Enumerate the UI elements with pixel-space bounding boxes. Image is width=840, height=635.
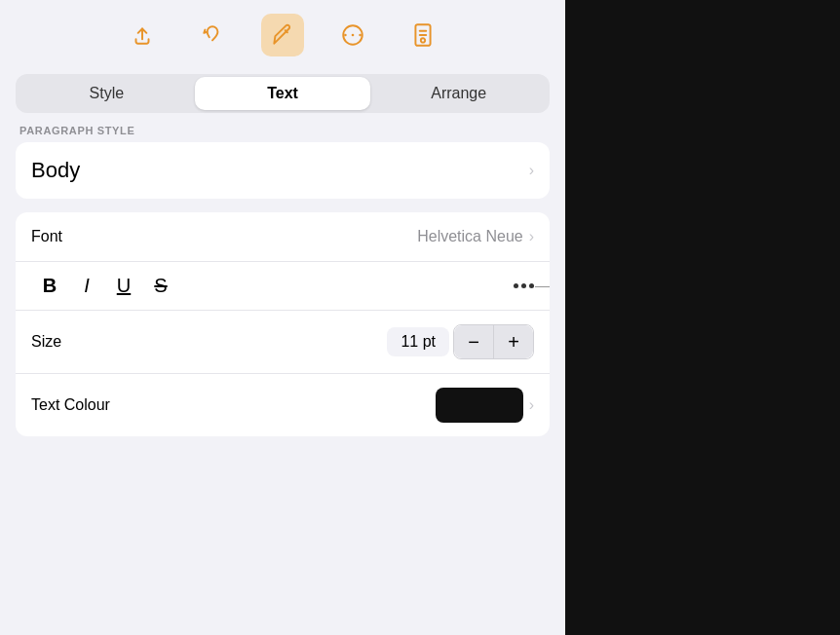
toolbar [0, 0, 565, 70]
dot-3 [529, 283, 534, 288]
svg-point-6 [421, 38, 425, 42]
font-chevron-icon: › [529, 228, 534, 245]
format-button[interactable] [261, 14, 304, 56]
font-row[interactable]: Font Helvetica Neue › [16, 212, 550, 261]
content-area [565, 0, 840, 635]
paragraph-style-label: PARAGRAPH STYLE [0, 125, 565, 136]
strikethrough-button[interactable]: S [142, 268, 179, 305]
paragraph-style-value: Body [31, 158, 80, 183]
more-options-button[interactable] [331, 14, 374, 56]
bold-button[interactable]: B [31, 268, 68, 305]
font-card: Font Helvetica Neue › B I U S Size [16, 212, 550, 436]
size-value: 11 pt [387, 327, 449, 356]
size-label: Size [31, 333, 61, 351]
connector-line [535, 286, 550, 287]
tab-bar: Style Text Arrange [16, 74, 550, 113]
paragraph-style-row[interactable]: Body › [16, 142, 550, 199]
format-row: B I U S [16, 261, 550, 310]
tab-arrange[interactable]: Arrange [370, 77, 547, 110]
svg-point-3 [359, 34, 362, 37]
document-button[interactable] [401, 14, 444, 56]
text-colour-value: › [436, 388, 534, 423]
tab-text[interactable]: Text [195, 77, 371, 110]
tab-style[interactable]: Style [19, 77, 195, 110]
paragraph-style-chevron: › [529, 162, 534, 179]
text-colour-swatch[interactable] [436, 388, 523, 423]
size-increase-button[interactable]: + [494, 325, 533, 358]
more-formatting-button[interactable] [514, 283, 534, 288]
svg-point-2 [352, 34, 355, 37]
text-colour-row[interactable]: Text Colour › [16, 373, 550, 436]
dot-2 [521, 283, 526, 288]
font-label: Font [31, 228, 62, 245]
svg-point-1 [344, 34, 347, 37]
italic-button[interactable]: I [68, 268, 105, 305]
size-stepper: − + [453, 324, 534, 359]
dot-1 [514, 283, 518, 288]
share-button[interactable] [121, 14, 164, 56]
paragraph-style-card: Body › [16, 142, 550, 199]
underline-button[interactable]: U [105, 268, 142, 305]
font-value: Helvetica Neue › [417, 228, 534, 245]
size-controls: 11 pt − + [387, 324, 534, 359]
text-colour-label: Text Colour [31, 396, 110, 414]
size-row: Size 11 pt − + [16, 310, 550, 373]
text-colour-chevron-icon: › [529, 396, 534, 414]
undo-button[interactable] [191, 14, 234, 56]
size-decrease-button[interactable]: − [454, 325, 493, 358]
chevron-right-icon: › [529, 162, 534, 179]
